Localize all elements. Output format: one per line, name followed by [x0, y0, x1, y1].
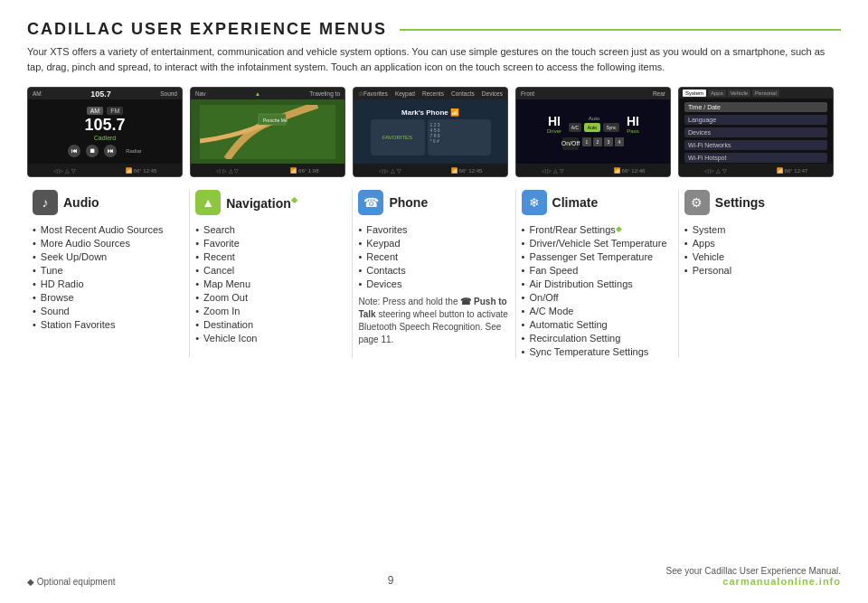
- settings-column: ⚙ Settings System Apps Vehicle Personal: [679, 190, 841, 358]
- intro-paragraph: Your XTS offers a variety of entertainme…: [27, 44, 841, 74]
- list-item: Favorites: [358, 222, 509, 236]
- page: CADILLAC USER EXPERIENCE MENUS Your XTS …: [0, 0, 868, 603]
- list-item: Recirculation Setting: [522, 331, 673, 344]
- list-item: HD Radio: [33, 277, 184, 290]
- nav-list: Search Favorite Recent Cancel Map Menu Z…: [195, 222, 346, 344]
- title-text: CADILLAC USER EXPERIENCE MENUS: [27, 20, 387, 39]
- nav-screen-body: Porsche Me: [191, 99, 344, 164]
- audio-column-header: ♪ Audio: [33, 190, 184, 215]
- phone-column-header: ☎ Phone: [358, 190, 509, 215]
- phone-screen-body: Mark's Phone 📶 FAVORITES 1 2 3 4 5 6 7 8…: [354, 99, 507, 164]
- phone-title: Phone: [389, 195, 428, 210]
- footer-right-block: See your Cadillac User Experience Manual…: [666, 566, 841, 587]
- list-item: Vehicle Icon: [195, 331, 346, 344]
- settings-column-header: ⚙ Settings: [684, 190, 835, 215]
- list-item: Map Menu: [195, 277, 346, 290]
- footer-manual-note: See your Cadillac User Experience Manual…: [666, 566, 841, 576]
- settings-screen: System Apps Vehicle Personal Time / Date…: [678, 87, 834, 177]
- climate-icon: ❄: [522, 190, 547, 215]
- settings-screen-list: Time / Date Language Devices Wi-Fi Netwo…: [679, 99, 833, 166]
- list-item: Cancel: [195, 263, 346, 277]
- list-item: Search: [195, 222, 346, 236]
- list-item: Recent: [358, 250, 509, 263]
- list-item: Sound: [33, 304, 184, 317]
- footer-optional-note: ◆ Optional equipment: [27, 577, 116, 587]
- climate-screen-body: HI Driver Auto A/C Auto Sync HI Pass: [516, 99, 670, 164]
- climate-list: Front/Rear Settings◆ Driver/Vehicle Set …: [522, 222, 673, 358]
- svg-rect-0: [200, 105, 335, 159]
- list-item: Most Recent Audio Sources: [33, 222, 184, 236]
- footer-logo: carmanualonline.info: [722, 576, 841, 587]
- list-item: On/Off: [522, 290, 673, 304]
- audio-screen-body: AM FM 105.7 Cadlerd ⏮ ⏹ ⏭ Radiar: [28, 99, 182, 164]
- list-item: Front/Rear Settings◆: [522, 222, 673, 236]
- audio-icon: ♪: [33, 190, 58, 215]
- nav-icon: ▲: [195, 190, 221, 215]
- footer: ◆ Optional equipment 9 See your Cadillac…: [0, 566, 868, 587]
- list-item: Sync Temperature Settings: [522, 344, 673, 358]
- content-columns: ♪ Audio Most Recent Audio Sources More A…: [27, 190, 841, 358]
- list-item: System: [684, 222, 835, 236]
- list-item: Personal: [684, 263, 835, 277]
- list-item: Seek Up/Down: [33, 250, 184, 263]
- audio-title: Audio: [63, 195, 99, 210]
- climate-column: ❄ Climate Front/Rear Settings◆ Driver/Ve…: [516, 190, 679, 358]
- list-item: More Audio Sources: [33, 236, 184, 250]
- list-item: Driver/Vehicle Set Temperature: [522, 236, 673, 250]
- climate-screen: Front Rear HI Driver Auto A/C Auto S: [515, 87, 671, 177]
- nav-title: Navigation◆: [226, 195, 297, 211]
- list-item: Destination: [195, 317, 346, 331]
- diamond-icon: ◆: [291, 195, 297, 204]
- list-item: Tune: [33, 263, 184, 277]
- climate-title: Climate: [552, 195, 599, 210]
- settings-list: System Apps Vehicle Personal: [684, 222, 835, 277]
- audio-list: Most Recent Audio Sources More Audio Sou…: [33, 222, 184, 331]
- screenshots-row: AM 105.7 Sound AM FM 105.7 Cadlerd ⏮ ⏹ ⏭…: [27, 87, 841, 177]
- list-item: Keypad: [358, 236, 509, 250]
- nav-screen: Nav ▲ Traveling to Porsche Me ◁ ▷ △ ▽ 📶 …: [190, 87, 345, 177]
- list-item: Browse: [33, 290, 184, 304]
- list-item: Air Distribution Settings: [522, 277, 673, 290]
- phone-list: Favorites Keypad Recent Contacts Devices: [358, 222, 509, 290]
- nav-map: Porsche Me: [200, 105, 335, 159]
- list-item: Favorite: [195, 236, 346, 250]
- list-item: Vehicle: [684, 250, 835, 263]
- climate-column-header: ❄ Climate: [522, 190, 673, 215]
- list-item: Devices: [358, 277, 509, 290]
- settings-title: Settings: [715, 195, 765, 210]
- header-line: [400, 29, 841, 31]
- list-item: Passenger Set Temperature: [522, 250, 673, 263]
- phone-icon: ☎: [358, 190, 383, 215]
- svg-text:Porsche Me: Porsche Me: [263, 118, 288, 123]
- list-item: Recent: [195, 250, 346, 263]
- settings-icon: ⚙: [684, 190, 710, 215]
- phone-screen: ☆Favorites Keypad Recents Contacts Devic…: [353, 87, 508, 177]
- list-item: Automatic Setting: [522, 317, 673, 331]
- audio-screen-footer: ◁ ▷ △ ▽ 📶 66° 12:45: [28, 164, 182, 176]
- settings-screen-tabs: System Apps Vehicle Personal: [679, 88, 833, 99]
- phone-column: ☎ Phone Favorites Keypad Recent Contacts…: [353, 190, 515, 358]
- page-title: CADILLAC USER EXPERIENCE MENUS: [27, 20, 841, 39]
- list-item: Contacts: [358, 263, 509, 277]
- navigation-column: ▲ Navigation◆ Search Favorite Recent Can…: [190, 190, 353, 358]
- list-item: A/C Mode: [522, 304, 673, 317]
- page-number: 9: [116, 574, 666, 587]
- list-item: Station Favorites: [33, 317, 184, 331]
- list-item: Zoom Out: [195, 290, 346, 304]
- phone-note: Note: Press and hold the ☎ Push to Talk …: [358, 296, 509, 346]
- nav-column-header: ▲ Navigation◆: [195, 190, 346, 215]
- audio-screen: AM 105.7 Sound AM FM 105.7 Cadlerd ⏮ ⏹ ⏭…: [27, 87, 183, 177]
- list-item: Zoom In: [195, 304, 346, 317]
- list-item: Apps: [684, 236, 835, 250]
- audio-screen-header: AM 105.7 Sound: [28, 88, 182, 99]
- list-item: Fan Speed: [522, 263, 673, 277]
- audio-column: ♪ Audio Most Recent Audio Sources More A…: [27, 190, 190, 358]
